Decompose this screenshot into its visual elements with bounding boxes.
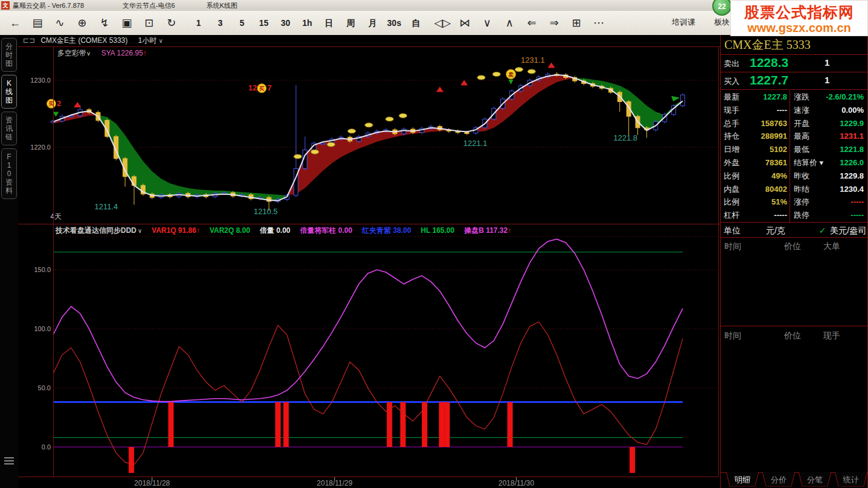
quote-row-2: 总手158763开盘1229.9: [721, 117, 867, 130]
svg-text:1221.8: 1221.8: [613, 133, 637, 142]
svg-text:2018/11/28: 2018/11/28: [134, 479, 170, 487]
svg-text:100.0: 100.0: [34, 325, 51, 332]
sub-indicator-item-3: 倍量 0.00: [260, 226, 290, 235]
sub-indicator-item-0[interactable]: 技术看盘通达信同步DDD∨: [56, 226, 142, 235]
quote-row-3: 持仓288991最高1231.1: [721, 130, 867, 143]
quote-row-8: 比例51%涨停-----: [721, 195, 867, 209]
app-window: 文 赢顺云交易 - Ver6.7.878 文华云节点-电信6 系统K线图 ←▤∿…: [0, 0, 868, 488]
ad-banner[interactable]: 股票公式指标网 www.gszx.com.cn: [730, 0, 868, 36]
ask-row: 卖出 1228.3 1: [721, 55, 867, 72]
svg-text:12: 12: [248, 83, 257, 92]
sub-indicator-item-2: VAR2Q 8.00: [209, 226, 250, 235]
unit-row: 单位 元/克 ✓ 美元/盎司: [721, 222, 867, 238]
tab-分笔[interactable]: 分笔: [799, 472, 832, 486]
sidebar-tab-K线图[interactable]: K线图: [1, 75, 17, 109]
svg-text:1221.1: 1221.1: [463, 139, 487, 148]
banner-url: www.gszx.com.cn: [731, 21, 867, 35]
symbol-title[interactable]: CMX金E主 (COMEX 5333): [40, 36, 127, 45]
quote-row-5: 外盘78361结算价 ▾1226.0: [721, 156, 867, 170]
chevron-down-icon: ∨: [138, 227, 142, 234]
sub-indicator-item-4: 倍量将军柱 0.00: [300, 226, 353, 235]
divider: [790, 90, 790, 222]
svg-text:2: 2: [57, 99, 61, 108]
svg-text:2018/11/29: 2018/11/29: [317, 479, 353, 487]
tab-分价[interactable]: 分价: [762, 472, 796, 486]
svg-text:1230.0: 1230.0: [30, 77, 51, 84]
quote-row-9: 杠杆-----跌停-----: [721, 209, 867, 222]
sya-value: SYA 1226.95: [101, 49, 143, 57]
quote-row-0: 最新1227.8涨跌-2.6/0.21%: [721, 90, 867, 104]
menu-hamburger-icon[interactable]: [4, 457, 14, 464]
tab-统计[interactable]: 统计: [835, 472, 868, 486]
unit-usd-ounce[interactable]: 美元/盎司: [830, 226, 866, 235]
up-arrow-icon: ↑: [143, 49, 147, 57]
sub-indicator-item-7: 操盘B 117.32↑: [464, 226, 511, 235]
up-arrow-icon: ↑: [508, 226, 511, 235]
tab-明细[interactable]: 明细: [726, 472, 759, 486]
left-sidebar: 分时图K线图资讯链F10资料: [0, 35, 18, 488]
bid-qty: 1: [825, 75, 829, 85]
period-selector[interactable]: 1小时 ∨: [138, 36, 163, 45]
quote-symbol-title: CMX金E主 5333: [721, 35, 867, 55]
svg-text:2018/11/30: 2018/11/30: [499, 479, 534, 487]
up-arrow-icon: ↑: [196, 226, 200, 235]
sub-indicator-item-1: VAR1Q 91.86↑: [152, 226, 200, 235]
detail-tabs: 明细分价分笔统计: [721, 472, 867, 488]
quote-row-4: 日增5102最低1221.8: [721, 143, 867, 156]
svg-text:卖: 卖: [508, 72, 514, 78]
svg-text:1231.1: 1231.1: [521, 55, 545, 65]
quote-grid: 最新1227.8涨跌-2.6/0.21%现手----速涨0.00%总手15876…: [721, 90, 867, 222]
quote-panel: CMX金E主 5333 卖出 1228.3 1 买入 1227.7 1 最新12…: [720, 35, 868, 488]
sidebar-tab-分时图[interactable]: 分时图: [1, 38, 17, 72]
chevron-down-icon: ∨: [159, 37, 163, 44]
link-icon: ⊏⊐: [23, 36, 35, 45]
banner-title: 股票公式指标网: [731, 2, 867, 22]
sidebar-tab-资讯链[interactable]: 资讯链: [1, 112, 17, 145]
quote-row-1: 现手----速涨0.00%: [721, 104, 867, 117]
divider: [721, 326, 867, 326]
unit-yuan-gram[interactable]: 元/克: [766, 226, 785, 235]
svg-text:1211.4: 1211.4: [95, 202, 118, 211]
sub-indicator-header[interactable]: 技术看盘通达信同步DDD∨VAR1Q 91.86↑VAR2Q 8.00倍量 0.…: [56, 226, 521, 236]
quote-row-6: 比例49%昨收1229.8: [721, 170, 867, 183]
ask-qty: 1: [825, 57, 829, 68]
sub-indicator-item-5: 红夹青紫 38.00: [362, 226, 411, 235]
svg-text:1220.0: 1220.0: [30, 144, 51, 151]
svg-text:7: 7: [267, 83, 272, 92]
chart-title-bar: ⊏⊐ CMX金E主 (COMEX 5333) 1小时 ∨: [18, 35, 720, 46]
bid-price: 1227.7: [750, 73, 788, 87]
chevron-down-icon: ∨: [86, 50, 91, 57]
svg-text:50.0: 50.0: [38, 384, 51, 391]
svg-text:买: 买: [258, 86, 264, 92]
sidebar-tab-F10资料[interactable]: F10资料: [1, 148, 17, 199]
svg-text:0.0: 0.0: [42, 443, 51, 451]
kline-indicator-label[interactable]: 多空彩带∨ SYA 1226.95↑: [57, 48, 147, 59]
svg-text:4天: 4天: [51, 212, 62, 221]
sub-indicator-item-6: HL 165.00: [421, 226, 455, 235]
svg-text:150.0: 150.0: [34, 266, 51, 273]
ask-price: 1228.3: [750, 55, 788, 70]
check-icon: ✓: [819, 226, 826, 235]
quote-row-7: 内盘80402昨结1230.4: [721, 183, 867, 196]
svg-text:1210.5: 1210.5: [254, 207, 278, 216]
bid-row: 买入 1227.7 1: [721, 72, 867, 90]
